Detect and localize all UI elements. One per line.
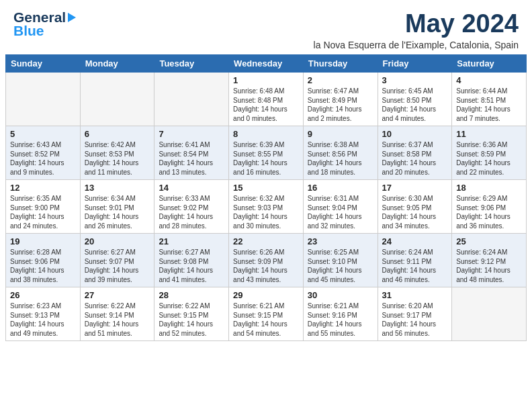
- calendar-day-cell: 26Sunrise: 6:23 AMSunset: 9:13 PMDayligh…: [6, 287, 81, 341]
- daylight-info: Daylight: 14 hours: [10, 320, 76, 329]
- sunrise-info: Sunrise: 6:25 AM: [308, 248, 373, 257]
- sunrise-info: Sunrise: 6:27 AM: [159, 248, 224, 257]
- calendar-day-cell: [154, 73, 229, 126]
- sunset-info: Sunset: 9:04 PM: [308, 203, 373, 213]
- day-number: 5: [10, 129, 76, 139]
- day-number: 26: [10, 290, 76, 300]
- calendar-day-cell: 11Sunrise: 6:36 AMSunset: 8:59 PMDayligh…: [452, 126, 527, 180]
- day-header-saturday: Saturday: [452, 55, 527, 73]
- calendar-day-cell: 20Sunrise: 6:27 AMSunset: 9:07 PMDayligh…: [80, 234, 154, 287]
- sunset-info: Sunset: 9:00 PM: [10, 203, 76, 213]
- daylight-info: and 55 minutes.: [308, 329, 373, 338]
- calendar-day-cell: 1Sunrise: 6:48 AMSunset: 8:48 PMDaylight…: [229, 73, 304, 126]
- sunrise-info: Sunrise: 6:32 AM: [233, 194, 299, 203]
- daylight-info: and 24 minutes.: [10, 222, 76, 231]
- day-number: 11: [456, 129, 522, 139]
- daylight-info: Daylight: 14 hours: [233, 266, 299, 275]
- day-number: 14: [159, 183, 224, 193]
- day-number: 6: [85, 129, 150, 139]
- calendar-day-cell: [80, 73, 154, 126]
- daylight-info: Daylight: 14 hours: [85, 158, 150, 168]
- day-number: 28: [159, 290, 224, 300]
- daylight-info: Daylight: 14 hours: [159, 320, 224, 329]
- daylight-info: Daylight: 14 hours: [10, 266, 76, 275]
- calendar-day-cell: 3Sunrise: 6:45 AMSunset: 8:50 PMDaylight…: [378, 73, 452, 126]
- sunset-info: Sunset: 9:10 PM: [308, 257, 373, 267]
- daylight-info: and 2 minutes.: [308, 114, 373, 124]
- sunset-info: Sunset: 9:06 PM: [456, 203, 522, 213]
- daylight-info: Daylight: 14 hours: [10, 212, 76, 222]
- daylight-info: Daylight: 14 hours: [382, 105, 448, 114]
- daylight-info: Daylight: 14 hours: [382, 266, 448, 275]
- day-number: 20: [85, 236, 150, 246]
- sunset-info: Sunset: 8:59 PM: [456, 150, 522, 159]
- daylight-info: and 22 minutes.: [456, 168, 522, 177]
- daylight-info: Daylight: 14 hours: [382, 212, 448, 222]
- sunset-info: Sunset: 9:12 PM: [456, 257, 522, 267]
- sunset-info: Sunset: 8:56 PM: [308, 150, 373, 159]
- daylight-info: Daylight: 14 hours: [10, 158, 76, 168]
- daylight-info: Daylight: 14 hours: [159, 212, 224, 222]
- daylight-info: Daylight: 14 hours: [308, 320, 373, 329]
- daylight-info: Daylight: 14 hours: [233, 158, 299, 168]
- calendar-day-cell: 2Sunrise: 6:47 AMSunset: 8:49 PMDaylight…: [303, 73, 378, 126]
- calendar-day-cell: 10Sunrise: 6:37 AMSunset: 8:58 PMDayligh…: [378, 126, 452, 180]
- calendar-day-cell: 21Sunrise: 6:27 AMSunset: 9:08 PMDayligh…: [154, 234, 229, 287]
- daylight-info: and 43 minutes.: [233, 275, 299, 285]
- daylight-info: and 49 minutes.: [10, 329, 76, 338]
- sunrise-info: Sunrise: 6:38 AM: [308, 140, 373, 150]
- sunrise-info: Sunrise: 6:37 AM: [382, 140, 448, 150]
- day-header-sunday: Sunday: [6, 55, 81, 73]
- daylight-info: Daylight: 14 hours: [159, 266, 224, 275]
- daylight-info: Daylight: 14 hours: [382, 320, 448, 329]
- calendar-day-cell: 6Sunrise: 6:42 AMSunset: 8:53 PMDaylight…: [80, 126, 154, 180]
- daylight-info: and 39 minutes.: [85, 275, 150, 285]
- daylight-info: and 51 minutes.: [85, 329, 150, 338]
- daylight-info: Daylight: 14 hours: [85, 266, 150, 275]
- sunset-info: Sunset: 9:03 PM: [233, 203, 299, 213]
- day-number: 7: [159, 129, 224, 139]
- sunrise-info: Sunrise: 6:24 AM: [456, 248, 522, 257]
- daylight-info: and 4 minutes.: [382, 114, 448, 124]
- day-number: 8: [233, 129, 299, 139]
- day-number: 27: [85, 290, 150, 300]
- day-number: 9: [308, 129, 373, 139]
- day-number: 29: [233, 290, 299, 300]
- daylight-info: Daylight: 14 hours: [233, 212, 299, 222]
- daylight-info: and 28 minutes.: [159, 222, 224, 231]
- daylight-info: and 9 minutes.: [10, 168, 76, 177]
- day-number: 31: [382, 290, 448, 300]
- days-header-row: SundayMondayTuesdayWednesdayThursdayFrid…: [6, 55, 527, 73]
- sunset-info: Sunset: 9:07 PM: [85, 257, 150, 267]
- day-number: 18: [456, 183, 522, 193]
- daylight-info: Daylight: 14 hours: [308, 266, 373, 275]
- daylight-info: and 16 minutes.: [233, 168, 299, 177]
- sunrise-info: Sunrise: 6:22 AM: [159, 302, 224, 311]
- calendar-day-cell: 19Sunrise: 6:28 AMSunset: 9:06 PMDayligh…: [6, 234, 81, 287]
- day-number: 12: [10, 183, 76, 193]
- sunset-info: Sunset: 9:01 PM: [85, 203, 150, 213]
- sunrise-info: Sunrise: 6:28 AM: [10, 248, 76, 257]
- calendar-day-cell: 16Sunrise: 6:31 AMSunset: 9:04 PMDayligh…: [303, 180, 378, 234]
- daylight-info: Daylight: 14 hours: [308, 212, 373, 222]
- sunset-info: Sunset: 9:06 PM: [10, 257, 76, 267]
- logo: General Blue: [13, 9, 76, 39]
- daylight-info: and 32 minutes.: [308, 222, 373, 231]
- sunset-info: Sunset: 9:09 PM: [233, 257, 299, 267]
- sunrise-info: Sunrise: 6:35 AM: [10, 194, 76, 203]
- sunrise-info: Sunrise: 6:22 AM: [85, 302, 150, 311]
- sunset-info: Sunset: 9:15 PM: [159, 311, 224, 320]
- sunrise-info: Sunrise: 6:48 AM: [233, 87, 299, 96]
- sunset-info: Sunset: 8:50 PM: [382, 96, 448, 105]
- sunset-info: Sunset: 8:48 PM: [233, 96, 299, 105]
- sunset-info: Sunset: 9:13 PM: [10, 311, 76, 320]
- daylight-info: Daylight: 14 hours: [85, 212, 150, 222]
- day-number: 23: [308, 236, 373, 246]
- sunrise-info: Sunrise: 6:29 AM: [456, 194, 522, 203]
- sunset-info: Sunset: 8:53 PM: [85, 150, 150, 159]
- daylight-info: and 26 minutes.: [85, 222, 150, 231]
- sunrise-info: Sunrise: 6:39 AM: [233, 140, 299, 150]
- daylight-info: Daylight: 14 hours: [233, 105, 299, 114]
- daylight-info: and 18 minutes.: [308, 168, 373, 177]
- day-number: 25: [456, 236, 522, 246]
